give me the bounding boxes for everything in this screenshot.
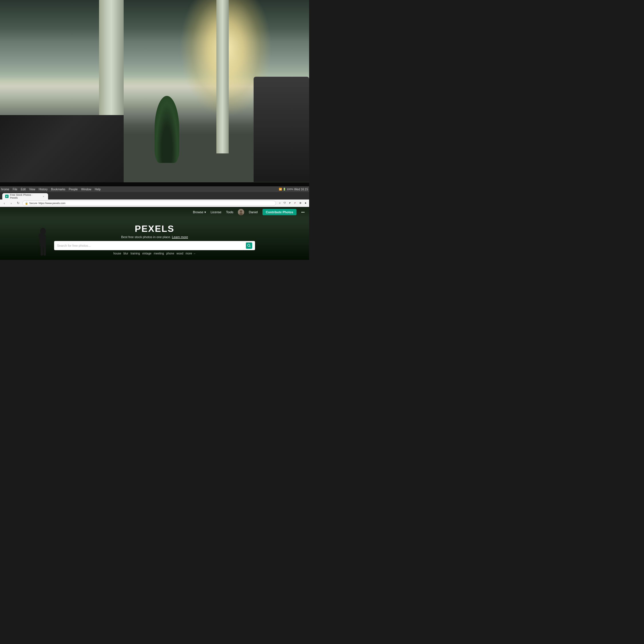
- address-bar-row: ‹ › ↻ 🔒 Secure https://www.pexels.com ☆ …: [0, 199, 309, 207]
- svg-rect-3: [44, 236, 46, 243]
- user-name-label: Daniel: [249, 210, 258, 214]
- system-icons-bar: 📶 🔋 100% Wed 16:15: [279, 188, 308, 191]
- menu-item-view[interactable]: View: [29, 188, 35, 191]
- learn-more-link[interactable]: Learn more: [172, 235, 188, 239]
- browse-nav-link[interactable]: Browse ▾: [193, 210, 206, 214]
- menu-item-file[interactable]: File: [13, 188, 17, 191]
- pexels-hero-section: Browse ▾ License Tools Daniel Contribute…: [0, 207, 309, 260]
- suggestion-house[interactable]: house: [113, 252, 121, 255]
- menu-bar-left: hrome File Edit View History Bookmarks P…: [1, 188, 101, 191]
- contribute-photos-button[interactable]: Contribute Photos: [262, 209, 297, 215]
- pexels-website: Browse ▾ License Tools Daniel Contribute…: [0, 207, 309, 260]
- extension-icon-2[interactable]: ★: [303, 201, 307, 205]
- star-icon[interactable]: ☆: [278, 201, 282, 205]
- suggestion-phone[interactable]: phone: [166, 252, 174, 255]
- secure-icon: 🔒: [25, 202, 28, 205]
- address-field[interactable]: 🔒 Secure https://www.pexels.com: [22, 201, 276, 206]
- svg-rect-4: [41, 246, 43, 256]
- pillar-right: [216, 0, 229, 153]
- search-suggestions: house blur training vintage meeting phon…: [54, 252, 255, 255]
- suggestion-blur[interactable]: blur: [123, 252, 128, 255]
- svg-line-11: [250, 246, 250, 247]
- menu-item-help[interactable]: Help: [95, 188, 101, 191]
- battery-percent: 100%: [287, 188, 293, 191]
- plant-area: [155, 96, 179, 163]
- battery-icon: 🔋: [283, 188, 286, 191]
- laptop-screen: hrome File Edit View History Bookmarks P…: [0, 185, 309, 309]
- browser-tab-active[interactable]: P Free Stock Photos · Pexels ×: [2, 193, 48, 199]
- menu-item-history[interactable]: History: [39, 188, 48, 191]
- user-avatar[interactable]: [238, 209, 244, 215]
- suggestion-wood[interactable]: wood: [176, 252, 183, 255]
- search-input-placeholder: Search for free photos...: [57, 244, 244, 247]
- svg-point-9: [239, 213, 243, 215]
- svg-rect-5: [44, 246, 46, 256]
- person-silhouette: [37, 226, 54, 260]
- tab-close-button[interactable]: ×: [42, 195, 45, 198]
- license-nav-link[interactable]: License: [211, 210, 222, 214]
- suggestions-more-link[interactable]: more →: [185, 252, 196, 255]
- tools-nav-link[interactable]: Tools: [226, 210, 234, 214]
- svg-rect-6: [39, 234, 44, 238]
- suggestion-meeting[interactable]: meeting: [154, 252, 164, 255]
- menu-item-window[interactable]: Window: [81, 188, 92, 191]
- suggestion-training[interactable]: training: [131, 252, 140, 255]
- shield-icon: 🛡: [283, 201, 287, 205]
- more-options-icon[interactable]: •••: [301, 210, 305, 214]
- browser-menu-bar: hrome File Edit View History Bookmarks P…: [0, 186, 309, 192]
- url-text: https://www.pexels.com: [39, 202, 66, 205]
- pexels-subtitle: Best free stock photos in one place. Lea…: [121, 235, 188, 239]
- tab-favicon: P: [5, 195, 9, 198]
- header-nav-links: Browse ▾ License Tools Daniel Contribute…: [193, 209, 305, 215]
- menu-item-chrome[interactable]: hrome: [1, 188, 9, 191]
- svg-point-8: [240, 210, 242, 213]
- browser-tab-bar: P Free Stock Photos · Pexels ×: [0, 192, 309, 199]
- suggestion-vintage[interactable]: vintage: [142, 252, 151, 255]
- pocket-icon[interactable]: P: [288, 201, 292, 205]
- wifi-icon: 📶: [279, 188, 282, 191]
- menu-item-bookmarks[interactable]: Bookmarks: [51, 188, 65, 191]
- nav-back-button[interactable]: ‹: [2, 201, 7, 206]
- subtitle-text: Best free stock photos in one place.: [121, 235, 171, 239]
- svg-point-10: [248, 244, 250, 246]
- bookmark-icons: ☆ 🛡 P P ⚙ ★: [278, 201, 307, 205]
- desk-area: [0, 115, 124, 192]
- nav-forward-button[interactable]: ›: [9, 201, 14, 206]
- background-photo: [0, 0, 309, 192]
- menu-item-edit[interactable]: Edit: [21, 188, 25, 191]
- search-bar-container: Search for free photos... house blur tra…: [54, 241, 255, 255]
- chair-area: [254, 77, 309, 182]
- menu-item-people[interactable]: People: [69, 188, 78, 191]
- pexels-site-title: PEXELS: [135, 224, 174, 234]
- pexels-navbar: Browse ▾ License Tools Daniel Contribute…: [0, 207, 309, 217]
- secure-label: Secure: [29, 202, 37, 205]
- clock-display: Wed 16:15: [294, 188, 308, 191]
- extension-icon-1[interactable]: ⚙: [298, 201, 302, 205]
- pinterest-icon[interactable]: P: [293, 201, 297, 205]
- nav-refresh-button[interactable]: ↻: [15, 201, 21, 206]
- browser-chrome: hrome File Edit View History Bookmarks P…: [0, 186, 309, 207]
- search-submit-button[interactable]: [246, 242, 252, 249]
- browse-label: Browse: [193, 210, 204, 214]
- search-bar[interactable]: Search for free photos...: [54, 241, 255, 250]
- tab-title: Free Stock Photos · Pexels: [10, 193, 40, 199]
- browse-dropdown-icon: ▾: [204, 210, 206, 214]
